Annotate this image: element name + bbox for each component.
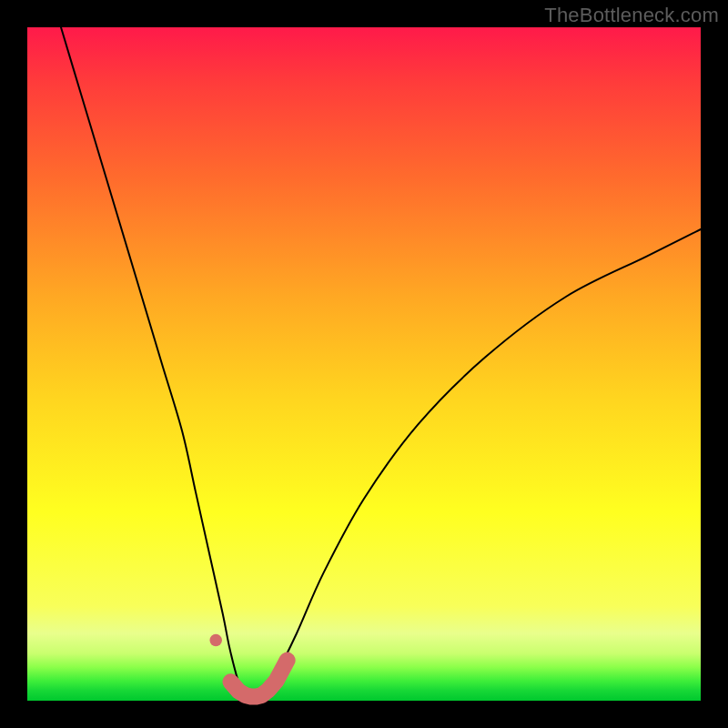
- marker-dot: [209, 634, 222, 647]
- bottom-markers: [209, 634, 287, 697]
- bottleneck-curve-path: [61, 27, 701, 702]
- plot-area: [27, 27, 701, 701]
- chart-svg: [27, 27, 701, 701]
- chart-frame: TheBottleneck.com: [0, 0, 728, 728]
- watermark-text: TheBottleneck.com: [544, 4, 719, 27]
- marker-bead-path: [230, 661, 287, 697]
- bottleneck-curve: [61, 27, 701, 702]
